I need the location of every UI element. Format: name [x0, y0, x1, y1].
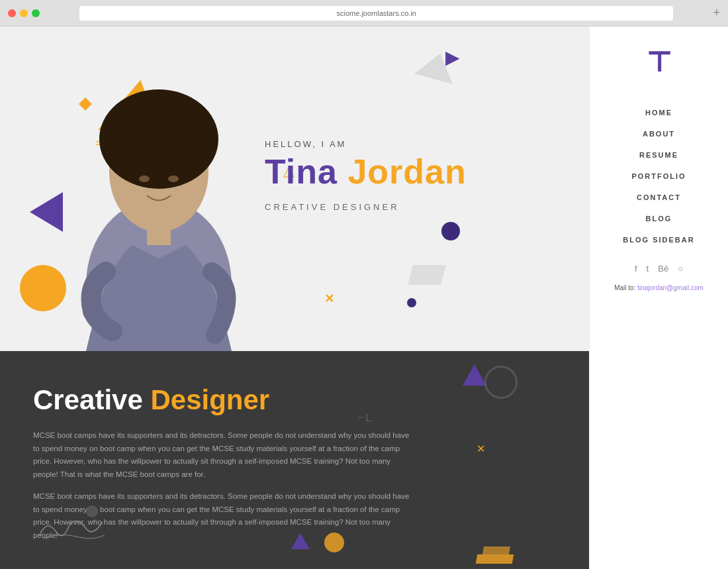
new-tab-button[interactable]: +: [713, 6, 720, 20]
behance-icon[interactable]: Bē: [658, 264, 668, 274]
signature: [33, 512, 113, 549]
svg-point-8: [111, 125, 140, 154]
facebook-icon[interactable]: f: [635, 264, 637, 274]
dark-section: Creative Designer MCSE boot camps have i…: [0, 351, 589, 569]
name-first: Tina: [265, 152, 347, 191]
nav-portfolio[interactable]: PORTFOLIO: [590, 166, 728, 187]
svg-point-10: [139, 176, 150, 182]
svg-point-11: [168, 176, 179, 182]
steps-shape-2: └: [363, 414, 371, 428]
browser-address-bar[interactable]: sciome.joomlastars.co.in: [79, 6, 673, 21]
nav-blog-sidebar[interactable]: BLOG SIDEBAR: [590, 229, 728, 250]
nav-contact[interactable]: CONTACT: [590, 187, 728, 208]
close-icon[interactable]: ✕: [477, 442, 485, 455]
browser-url: sciome.joomlastars.co.in: [337, 9, 416, 17]
purple-dot-shape: [407, 298, 416, 307]
cross-shape: ✕: [324, 291, 334, 306]
dark-triangle-shape: [291, 533, 310, 549]
dot-red[interactable]: [8, 9, 16, 17]
hero-name: Tina Jordan: [265, 154, 467, 189]
orange-rect-1: [476, 554, 514, 564]
svg-rect-12: [147, 225, 171, 245]
browser-dots: [8, 9, 40, 17]
section-title: Creative Designer: [33, 384, 556, 416]
mail-link: Mail to: tinajordan@gmail.com: [614, 284, 704, 291]
name-last: Jordan: [347, 152, 466, 191]
main-wrapper: ≈≈≈ △ ✕ ▶: [0, 26, 728, 569]
browser-chrome: sciome.joomlastars.co.in +: [0, 0, 728, 26]
greeting-text: HELLOW, I AM: [265, 139, 467, 149]
hero-title: CREATIVE DESIGNER: [265, 202, 467, 212]
nav-about[interactable]: ABOUT: [590, 123, 728, 144]
nav-resume[interactable]: RESUME: [590, 144, 728, 166]
section-desc-1: MCSE boot camps have its supporters and …: [33, 429, 417, 481]
dark-purple-arrow: [463, 364, 486, 386]
svg-text:⊤: ⊤: [646, 47, 672, 78]
section-title-white: Creative: [33, 384, 150, 415]
dot-green[interactable]: [32, 9, 40, 17]
hero-section: ≈≈≈ △ ✕ ▶: [0, 26, 589, 351]
purple-arrow-shape: ▶: [445, 46, 460, 68]
dark-circle-outline: [484, 366, 518, 399]
purple-circle-large-shape: [441, 222, 460, 240]
content-area: ≈≈≈ △ ✕ ▶: [0, 26, 589, 569]
github-icon[interactable]: ○: [678, 264, 683, 274]
section-title-accent: Designer: [150, 384, 269, 415]
nav-menu: HOME ABOUT RESUME PORTFOLIO CONTACT BLOG…: [590, 102, 728, 250]
sidebar: ⊤ HOME ABOUT RESUME PORTFOLIO CONTACT BL…: [589, 26, 728, 569]
hero-text-block: HELLOW, I AM Tina Jordan CREATIVE DESIGN…: [265, 139, 467, 212]
nav-blog[interactable]: BLOG: [590, 208, 728, 229]
mail-label: Mail to:: [614, 284, 635, 291]
person-image: [46, 33, 271, 351]
mail-address[interactable]: tinajordan@gmail.com: [637, 284, 704, 291]
gray-parallelogram-shape: [408, 265, 446, 285]
dot-yellow[interactable]: [20, 9, 28, 17]
social-icons: f t Bē ○: [635, 264, 683, 274]
svg-point-9: [177, 127, 204, 154]
orange-rect-2: [482, 546, 510, 554]
twitter-icon[interactable]: t: [647, 264, 649, 274]
nav-home[interactable]: HOME: [590, 102, 728, 123]
logo: ⊤: [643, 46, 676, 82]
svg-point-7: [134, 94, 184, 144]
dark-orange-circle-shape: [324, 533, 344, 552]
